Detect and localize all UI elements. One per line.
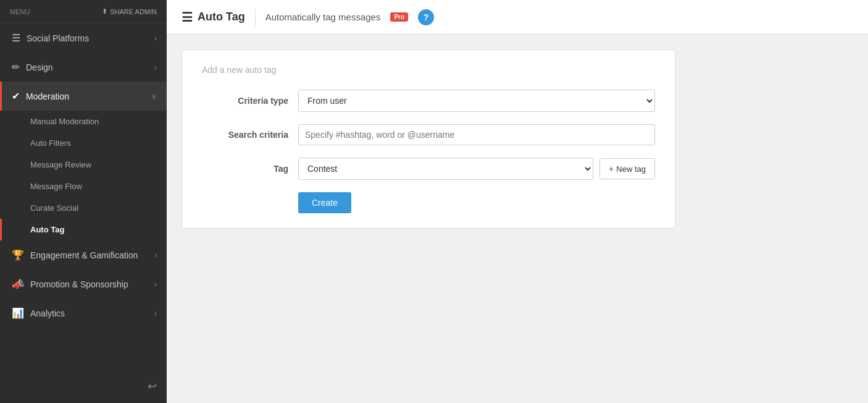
card-title: Add a new auto tag: [202, 65, 655, 75]
page-subtitle: Automatically tag messages: [265, 12, 381, 22]
page-title-group: ☰ Auto Tag: [182, 10, 245, 25]
topbar: ☰ Auto Tag Automatically tag messages Pr…: [167, 0, 868, 35]
criteria-type-row: Criteria type From user Hashtag Word Use…: [202, 90, 655, 112]
search-criteria-row: Search criteria: [202, 124, 655, 145]
share-admin-label: SHARE ADMIN: [110, 8, 157, 15]
label-auto-tag: Auto Tag: [30, 225, 64, 234]
autotag-icon: ☰: [182, 10, 193, 25]
sidebar-sub-curate-social[interactable]: Curate Social: [0, 197, 167, 219]
new-tag-label: New tag: [616, 164, 646, 174]
sidebar-label-moderation: Moderation: [26, 91, 69, 101]
moderation-icon: ✔: [12, 90, 20, 102]
chevron-promotion: ›: [154, 280, 157, 289]
menu-label: MENU: [10, 8, 30, 15]
page-title: Auto Tag: [198, 11, 245, 23]
create-button[interactable]: Create: [298, 192, 351, 213]
chevron-design: ›: [154, 63, 157, 72]
chevron-moderation: ∨: [151, 92, 157, 101]
sidebar-label-promotion: Promotion & Sponsorship: [30, 279, 128, 289]
criteria-type-select[interactable]: From user Hashtag Word Username: [298, 90, 655, 112]
search-criteria-input[interactable]: [298, 124, 655, 145]
topbar-divider: [255, 9, 256, 26]
label-manual-moderation: Manual Moderation: [30, 117, 99, 126]
chevron-social-platforms: ›: [154, 34, 157, 43]
sidebar-label-social-platforms: Social Platforms: [27, 33, 89, 43]
criteria-type-label: Criteria type: [202, 96, 288, 106]
sidebar-sub-message-flow[interactable]: Message Flow: [0, 176, 167, 197]
sidebar-item-engagement[interactable]: 🏆 Engagement & Gamification ›: [0, 240, 167, 269]
share-admin-button[interactable]: ⬆ SHARE ADMIN: [102, 7, 157, 15]
new-tag-button[interactable]: + New tag: [599, 158, 655, 179]
help-button[interactable]: ?: [418, 9, 434, 25]
social-platforms-icon: ☰: [12, 32, 20, 44]
chevron-analytics: ›: [154, 309, 157, 318]
sidebar-sub-auto-filters[interactable]: Auto Filters: [0, 132, 167, 154]
chevron-engagement: ›: [154, 251, 157, 260]
tag-row: Tag Contest Promotion VIP Sponsor + New …: [202, 158, 655, 180]
label-message-flow: Message Flow: [30, 182, 82, 191]
help-label: ?: [424, 12, 429, 22]
sidebar-sub-manual-moderation[interactable]: Manual Moderation: [0, 111, 167, 132]
sidebar-sub-auto-tag[interactable]: Auto Tag: [0, 219, 167, 240]
logout-icon[interactable]: ↩: [148, 380, 157, 393]
design-icon: ✏: [12, 61, 20, 73]
sidebar-item-design[interactable]: ✏ Design ›: [0, 53, 167, 82]
sidebar-label-engagement: Engagement & Gamification: [30, 250, 138, 260]
create-button-label: Create: [312, 198, 338, 208]
search-criteria-label: Search criteria: [202, 130, 288, 140]
sidebar-label-design: Design: [26, 62, 53, 72]
promotion-icon: 📣: [12, 278, 24, 290]
new-tag-plus-icon: +: [609, 164, 614, 174]
create-row: Create: [202, 192, 655, 213]
engagement-icon: 🏆: [12, 249, 24, 261]
tag-select[interactable]: Contest Promotion VIP Sponsor: [298, 158, 593, 180]
sidebar-sub-message-review[interactable]: Message Review: [0, 154, 167, 176]
sidebar-label-analytics: Analytics: [30, 308, 65, 318]
pro-badge: Pro: [390, 12, 408, 22]
sidebar-item-moderation[interactable]: ✔ Moderation ∨: [0, 82, 167, 111]
sidebar-header: MENU ⬆ SHARE ADMIN: [0, 0, 167, 23]
share-icon: ⬆: [102, 7, 107, 15]
auto-tag-card: Add a new auto tag Criteria type From us…: [182, 49, 675, 229]
content-area: Add a new auto tag Criteria type From us…: [167, 35, 868, 403]
label-auto-filters: Auto Filters: [30, 138, 71, 148]
tag-label: Tag: [202, 164, 288, 174]
label-curate-social: Curate Social: [30, 203, 78, 213]
sidebar-item-analytics[interactable]: 📊 Analytics ›: [0, 299, 167, 328]
main-content: ☰ Auto Tag Automatically tag messages Pr…: [167, 0, 868, 403]
sidebar-item-social-platforms[interactable]: ☰ Social Platforms ›: [0, 23, 167, 53]
analytics-icon: 📊: [12, 307, 24, 319]
sidebar: MENU ⬆ SHARE ADMIN ☰ Social Platforms › …: [0, 0, 167, 403]
sidebar-item-promotion[interactable]: 📣 Promotion & Sponsorship ›: [0, 269, 167, 299]
label-message-review: Message Review: [30, 160, 91, 169]
